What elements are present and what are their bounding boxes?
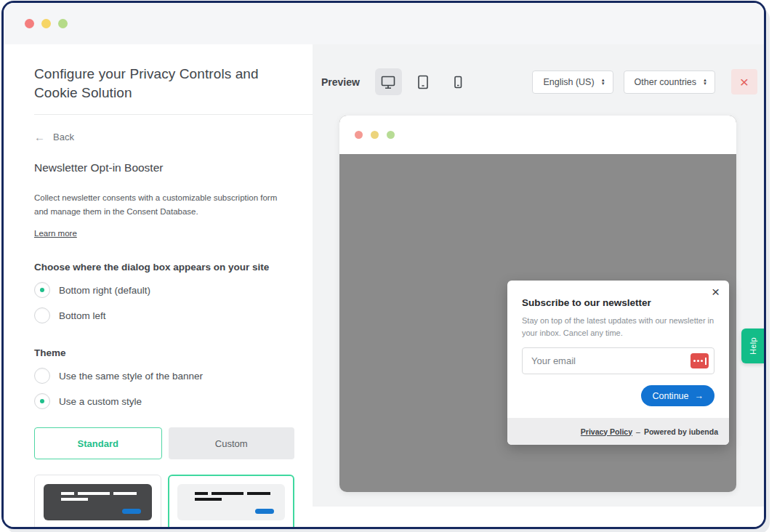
language-select-value: English (US) (543, 77, 594, 87)
theme-card-dark[interactable]: Dark (34, 475, 161, 527)
mock-browser-titlebar (339, 116, 736, 154)
dialog-footer: Privacy Policy – Powered by iubenda (507, 418, 729, 445)
tab-standard[interactable]: Standard (34, 427, 162, 459)
footer-separator: – (636, 427, 640, 436)
dark-banner-preview (44, 484, 152, 520)
updown-arrows-icon: ▲▼ (601, 78, 605, 86)
preview-label: Preview (321, 76, 360, 88)
desktop-icon (379, 73, 397, 91)
powered-by-text: Powered by iubenda (644, 427, 718, 436)
radio-label: Bottom right (default) (59, 285, 150, 296)
continue-button[interactable]: Continue → (641, 385, 714, 406)
close-preview-button[interactable]: × (731, 69, 757, 94)
back-arrow-icon: ← (34, 131, 45, 143)
privacy-policy-link[interactable]: Privacy Policy (581, 427, 632, 436)
config-panel: Configure your Privacy Controls and Cook… (4, 44, 313, 527)
radio-custom-style[interactable]: Use a custom style (34, 393, 298, 409)
radio-selected-icon[interactable] (34, 393, 50, 409)
device-desktop-button[interactable] (375, 68, 402, 95)
email-field[interactable] (522, 347, 714, 374)
language-select[interactable]: English (US) ▲▼ (532, 70, 613, 94)
page-title: Configure your Privacy Controls and Cook… (34, 65, 298, 102)
help-tab[interactable]: Help (741, 329, 764, 363)
tab-custom[interactable]: Custom (169, 427, 295, 459)
preview-surface: Preview (313, 44, 764, 507)
banner-button-placeholder (122, 509, 141, 514)
dialog-title: Subscribe to our newsletter (522, 297, 714, 308)
newsletter-dialog: × Subscribe to our newsletter Stay on to… (507, 281, 729, 445)
traffic-light-red-icon[interactable] (25, 19, 34, 28)
site-preview-mock: × Subscribe to our newsletter Stay on to… (339, 116, 736, 492)
feature-description: Collect newsletter consents with a custo… (34, 191, 290, 218)
theme-heading: Theme (34, 347, 298, 358)
dialog-close-icon[interactable]: × (712, 285, 720, 299)
back-label: Back (53, 132, 74, 142)
mock-traffic-yellow-icon (371, 131, 379, 139)
feature-title: Newsletter Opt-in Booster (34, 161, 298, 174)
light-banner-preview (177, 484, 286, 520)
traffic-light-green-icon[interactable] (58, 19, 68, 28)
theme-cards: Dark Light (34, 475, 294, 527)
mock-traffic-red-icon (355, 131, 363, 139)
preview-panel: Preview (313, 44, 764, 527)
mock-traffic-green-icon (387, 131, 395, 139)
mobile-icon (449, 73, 467, 91)
preview-toolbar: Preview (321, 68, 757, 95)
countries-select-value: Other countries (635, 77, 696, 87)
continue-label: Continue (652, 391, 688, 401)
banner-button-placeholder (255, 509, 274, 514)
dialog-description: Stay on top of the latest updates with o… (522, 315, 714, 339)
password-manager-icon[interactable] (691, 353, 709, 368)
radio-label: Use a custom style (59, 396, 142, 407)
theme-card-light[interactable]: Light (168, 475, 295, 527)
radio-unselected-icon[interactable] (34, 307, 50, 323)
help-tab-label: Help (748, 337, 757, 355)
title-divider (34, 114, 313, 115)
position-question: Choose where the dialog box appears on y… (34, 262, 298, 273)
radio-bottom-left[interactable]: Bottom left (34, 307, 298, 323)
app-window: Configure your Privacy Controls and Cook… (4, 3, 764, 527)
arrow-right-icon: → (695, 391, 704, 401)
radio-bottom-right[interactable]: Bottom right (default) (34, 282, 298, 298)
style-tabs: Standard Custom (34, 427, 294, 459)
countries-select[interactable]: Other countries ▲▼ (624, 70, 715, 94)
learn-more-link[interactable]: Learn more (34, 229, 77, 238)
radio-same-style[interactable]: Use the same style of the banner (34, 368, 298, 384)
window-titlebar (4, 3, 764, 44)
device-mobile-button[interactable] (445, 68, 472, 95)
radio-label: Use the same style of the banner (59, 371, 203, 382)
traffic-light-yellow-icon[interactable] (41, 19, 51, 28)
radio-label: Bottom left (59, 310, 106, 321)
radio-unselected-icon[interactable] (34, 368, 50, 384)
radio-selected-icon[interactable] (34, 282, 50, 298)
close-icon: × (740, 73, 749, 91)
updown-arrows-icon: ▲▼ (703, 78, 707, 86)
tablet-icon (414, 73, 432, 91)
device-tablet-button[interactable] (410, 68, 437, 95)
back-button[interactable]: ← Back (34, 131, 298, 143)
